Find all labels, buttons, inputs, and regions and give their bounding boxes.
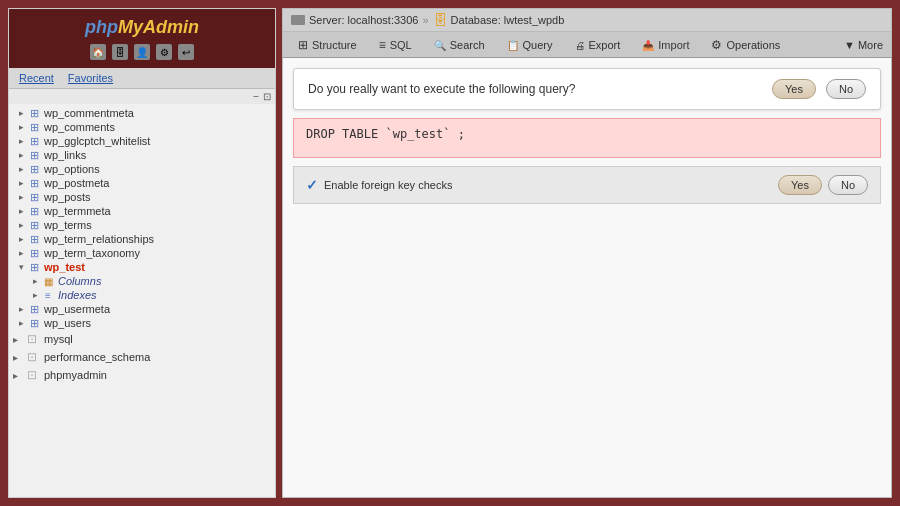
db-expand-icon: ▸ [13,334,27,345]
list-item[interactable]: ▸ ⊞ wp_comments [9,120,275,134]
tab-import-label: Import [658,39,689,51]
collapse-button[interactable]: − [253,91,259,102]
list-item[interactable]: ▸ ⊞ wp_gglcptch_whitelist [9,134,275,148]
confirm-no-button[interactable]: No [826,79,866,99]
db-group-performance[interactable]: ▸ ⊡ performance_schema [9,348,275,366]
table-icon: ⊞ [27,317,41,329]
logo-php: php [85,17,118,37]
tab-operations[interactable]: ⚙ Operations [700,32,791,57]
confirm-yes-button[interactable]: Yes [772,79,816,99]
options-yes-button[interactable]: Yes [778,175,822,195]
db-icon-top: 🗄 [433,12,447,28]
table-icon: ⊞ [27,261,41,273]
indexes-label: Indexes [58,289,97,301]
list-item[interactable]: ▸ ⊞ wp_postmeta [9,176,275,190]
expand-icon: ▾ [15,262,27,272]
db-label: performance_schema [44,351,150,363]
table-label: wp_options [44,163,100,175]
db-group-mysql[interactable]: ▸ ⊡ mysql [9,330,275,348]
tab-structure[interactable]: ⊞ Structure [287,32,368,57]
search-tab-icon: 🔍 [434,40,446,51]
db-label: phpmyadmin [44,369,107,381]
expand-icon: ▸ [29,290,41,300]
options-no-button[interactable]: No [828,175,868,195]
main-content: Do you really want to execute the follow… [282,58,892,498]
recent-link[interactable]: Recent [19,72,54,84]
table-label: wp_gglcptch_whitelist [44,135,150,147]
sql-tab-icon: ≡ [379,38,386,52]
table-icon: ⊞ [27,219,41,231]
expand-icon: ▸ [15,220,27,230]
expand-button[interactable]: ⊡ [263,91,271,102]
user-icon[interactable]: 👤 [134,44,150,60]
confirm-dialog: Do you really want to execute the follow… [293,68,881,110]
sidebar-toolbar: 🏠 🗄 👤 ⚙ ↩ [90,44,194,60]
list-item[interactable]: ▸ ▦ Columns [9,274,275,288]
expand-icon: ▸ [15,136,27,146]
tab-sql[interactable]: ≡ SQL [368,32,423,57]
sidebar-header: phpMyAdmin 🏠 🗄 👤 ⚙ ↩ [9,9,275,68]
table-icon: ⊞ [27,135,41,147]
list-item[interactable]: ▸ ⊞ wp_termmeta [9,204,275,218]
db-group-phpmyadmin[interactable]: ▸ ⊡ phpmyadmin [9,366,275,384]
db-icon: ⊡ [27,332,41,346]
home-icon[interactable]: 🏠 [90,44,106,60]
logout-icon[interactable]: ↩ [178,44,194,60]
table-icon: ⊞ [27,163,41,175]
columns-label: Columns [58,275,101,287]
list-item[interactable]: ▸ ⊞ wp_posts [9,190,275,204]
table-label: wp_commentmeta [44,107,134,119]
options-area: ✓ Enable foreign key checks Yes No [293,166,881,204]
table-label: wp_term_taxonomy [44,247,140,259]
table-icon: ⊞ [27,177,41,189]
list-item[interactable]: ▸ ⊞ wp_commentmeta [9,106,275,120]
foreign-key-label: Enable foreign key checks [324,179,452,191]
db-expand-icon: ▸ [13,352,27,363]
expand-icon: ▸ [15,122,27,132]
expand-icon: ▸ [15,178,27,188]
table-icon: ⊞ [27,205,41,217]
list-item[interactable]: ▸ ≡ Indexes [9,288,275,302]
list-item[interactable]: ▸ ⊞ wp_terms [9,218,275,232]
table-label: wp_termmeta [44,205,111,217]
table-label-active: wp_test [44,261,85,273]
list-item[interactable]: ▸ ⊞ wp_term_taxonomy [9,246,275,260]
tab-search-label: Search [450,39,485,51]
db-label: mysql [44,333,73,345]
options-buttons: Yes No [778,175,868,195]
settings-icon[interactable]: ⚙ [156,44,172,60]
list-item[interactable]: ▸ ⊞ wp_links [9,148,275,162]
db-expand-icon: ▸ [13,370,27,381]
sql-display: DROP TABLE `wp_test` ; [293,118,881,158]
tab-more[interactable]: ▼ More [836,32,891,57]
more-chevron: ▼ [844,39,855,51]
confirm-text: Do you really want to execute the follow… [308,82,762,96]
tab-query[interactable]: 📋 Query [496,32,564,57]
tab-import[interactable]: 📥 Import [631,32,700,57]
db-icon[interactable]: 🗄 [112,44,128,60]
list-item[interactable]: ▸ ⊞ wp_users [9,316,275,330]
db-icon: ⊡ [27,350,41,364]
import-tab-icon: 📥 [642,40,654,51]
tab-operations-label: Operations [726,39,780,51]
list-item[interactable]: ▸ ⊞ wp_options [9,162,275,176]
list-item[interactable]: ▸ ⊞ wp_usermeta [9,302,275,316]
favorites-link[interactable]: Favorites [68,72,113,84]
table-label: wp_postmeta [44,177,109,189]
operations-tab-icon: ⚙ [711,38,722,52]
tab-search[interactable]: 🔍 Search [423,32,496,57]
table-icon: ⊞ [27,303,41,315]
tab-bar: ⊞ Structure ≡ SQL 🔍 Search 📋 Query 🖨 Exp… [282,31,892,58]
server-label: Server: localhost:3306 [309,14,418,26]
expand-icon: ▸ [15,150,27,160]
table-label: wp_links [44,149,86,161]
tab-sql-label: SQL [390,39,412,51]
expand-icon: ▸ [15,206,27,216]
table-label: wp_posts [44,191,90,203]
app-container: phpMyAdmin 🏠 🗄 👤 ⚙ ↩ Recent Favorites − … [0,0,900,506]
expand-icon: ▸ [15,234,27,244]
checkmark-icon: ✓ [306,177,318,193]
list-item[interactable]: ▾ ⊞ wp_test [9,260,275,274]
tab-export[interactable]: 🖨 Export [564,32,632,57]
list-item[interactable]: ▸ ⊞ wp_term_relationships [9,232,275,246]
